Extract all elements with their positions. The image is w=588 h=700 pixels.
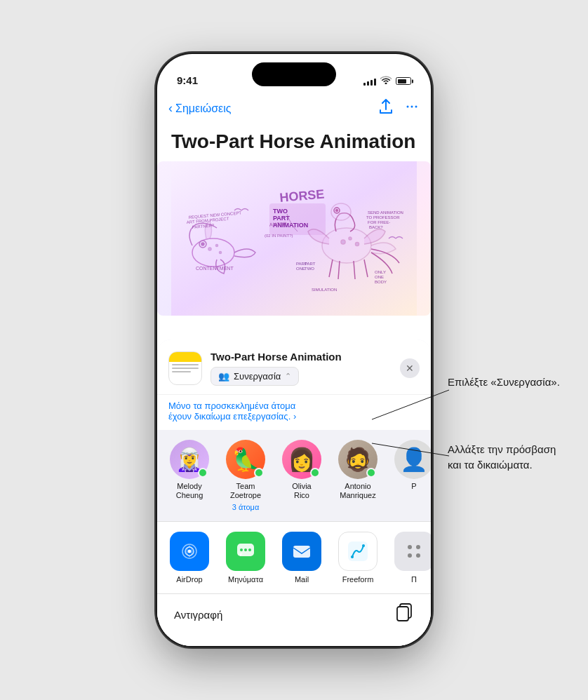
svg-point-19 [322,228,371,263]
signal-icon [363,77,376,86]
svg-point-44 [240,548,243,551]
person-name-melody: MelodyCheung [176,482,203,500]
collaboration-label: Συνεργασία [234,371,281,382]
main-content: ‹ Σημειώσεις [157,92,431,646]
svg-point-22 [336,210,338,212]
svg-point-7 [208,248,211,250]
collab-chevron-icon: ⌃ [285,372,291,381]
app-messages[interactable]: Μηνύματα [225,532,267,584]
svg-text:ANGER: ANGER [269,222,287,227]
nav-actions [379,99,420,118]
copy-icon[interactable] [394,603,414,626]
svg-text:TWO: TWO [305,267,314,271]
svg-point-25 [356,243,359,246]
back-button[interactable]: ‹ Σημειώσεις [168,101,231,116]
svg-point-46 [248,548,251,551]
svg-text:TO PROFESSOR: TO PROFESSOR [366,215,400,220]
svg-text:ONE: ONE [375,275,384,279]
person-antonio: 🧔 AntonioManriquez [337,440,379,511]
svg-point-8 [216,245,218,247]
svg-text:ONLY: ONLY [375,270,386,274]
annotation-collaboration: Επιλέξτε «Συνεργασία». [448,376,560,389]
svg-point-51 [408,545,412,549]
apps-row: AirDrop Μηνύματα [157,521,431,593]
online-badge [198,468,208,478]
svg-rect-56 [397,607,408,621]
people-row: 🧝‍♀️ MelodyCheung 🦜 Te [157,430,431,521]
svg-point-49 [351,556,354,558]
more-button[interactable] [404,99,420,118]
person-count-team: 3 άτομα [232,503,260,511]
dynamic-island [252,62,336,86]
note-title: Two-Part Horse Animation [171,130,417,153]
app-more[interactable]: Π [393,532,431,584]
svg-text:(02 IN PAINT?): (02 IN PAINT?) [265,234,293,238]
svg-point-50 [362,544,365,547]
permission-text: Μόνο τα προσκεκλημένα άτομαέχουν δικαίωμ… [157,394,431,430]
collaboration-icon: 👥 [218,371,229,382]
svg-point-42 [188,550,192,553]
svg-text:TWO: TWO [273,208,288,215]
collaboration-button[interactable]: 👥 Συνεργασία ⌃ [211,367,299,386]
app-name-messages: Μηνύματα [228,575,263,584]
svg-rect-47 [293,546,310,558]
share-title-area: Two-Part Horse Animation 👥 Συνεργασία ⌃ [211,351,392,386]
mail-icon [282,532,321,571]
airdrop-icon [170,532,209,571]
app-airdrop[interactable]: AirDrop [168,532,211,584]
status-icons [363,76,411,86]
app-name-freeform: Freeform [342,575,374,584]
svg-text:SEND ANIMATION: SEND ANIMATION [368,210,403,215]
svg-point-52 [416,545,420,549]
share-header: Two-Part Horse Animation 👥 Συνεργασία ⌃ … [157,339,431,394]
online-badge-team [254,468,264,478]
svg-text:CONTENTMENT: CONTENTMENT [196,266,234,271]
person-name-olivia: OliviaRico [292,482,312,500]
status-time: 9:41 [177,74,198,86]
close-button[interactable]: ✕ [400,358,420,378]
online-badge-antonio [366,468,376,478]
svg-text:FOR FREE-: FOR FREE- [368,220,390,224]
person-olivia: 👩 OliviaRico [281,440,323,511]
svg-text:PART: PART [305,262,316,266]
sketch-illustration: REQUEST NEW CONCEPT ART FROM PROJECT PAR… [157,161,431,316]
bottom-bar: Αντιγραφή [157,593,431,646]
svg-text:SIMULATION: SIMULATION [312,288,337,292]
share-button[interactable] [379,99,393,118]
svg-point-1 [411,106,413,108]
svg-point-23 [341,240,345,244]
app-name-mail: Mail [295,575,309,584]
copy-button[interactable]: Αντιγραφή [174,609,222,621]
person-name-more: P [411,482,416,491]
permission-link[interactable]: › [293,411,296,422]
svg-point-0 [407,106,409,108]
back-label: Σημειώσεις [175,102,231,115]
app-freeform[interactable]: Freeform [337,532,379,584]
wifi-icon [380,76,392,86]
avatar-more: 👤 [394,440,431,479]
phone-frame: 9:41 [157,54,431,646]
app-name-airdrop: AirDrop [176,575,202,584]
svg-point-45 [244,548,247,551]
svg-point-53 [408,553,412,558]
svg-point-54 [416,553,420,558]
messages-icon [226,532,265,571]
svg-text:BACK?: BACK? [369,225,383,229]
battery-icon [396,77,411,85]
app-mail[interactable]: Mail [281,532,323,584]
person-team-zoetrope: 🦜 Team Zoetrope 3 άτομα [225,440,267,511]
note-icon [168,351,202,385]
online-badge-olivia [310,468,320,478]
close-icon: ✕ [406,363,414,374]
more-apps-icon [394,532,431,571]
svg-point-9 [220,252,222,254]
share-doc-title: Two-Part Horse Animation [211,351,392,363]
annotation-access: Αλλάξτε την πρόσβασηκαι τα δικαιώματα. [448,442,556,473]
svg-point-24 [349,237,352,240]
svg-point-2 [415,106,417,108]
svg-text:BODY: BODY [375,280,387,284]
app-name-more: Π [411,575,417,584]
person-name-antonio: AntonioManriquez [340,482,375,500]
nav-bar: ‹ Σημειώσεις [157,92,431,123]
svg-point-6 [201,243,204,245]
